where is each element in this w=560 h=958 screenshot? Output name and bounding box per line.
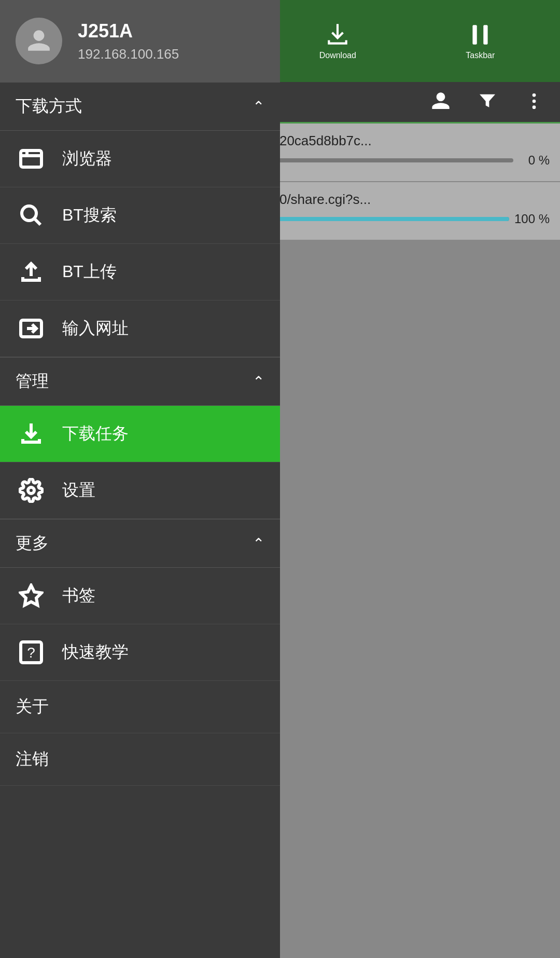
section-manage[interactable]: 管理 ⌃ — [0, 357, 280, 406]
progress-bar-fill — [264, 217, 509, 221]
browser-label: 浏览器 — [62, 147, 112, 170]
download-tab[interactable]: Download — [319, 22, 356, 60]
logout-label: 注销 — [16, 749, 49, 768]
settings-label: 设置 — [62, 479, 95, 502]
chevron-up-icon: ⌃ — [253, 373, 264, 390]
section-more[interactable]: 更多 ⌃ — [0, 519, 280, 568]
bt-upload-label: BT上传 — [62, 261, 117, 283]
sidebar-item-input-url[interactable]: 输入网址 — [0, 300, 280, 357]
sidebar-item-about[interactable]: 关于 — [0, 681, 280, 733]
drawer-ip: 192.168.100.165 — [78, 46, 179, 62]
search-icon — [16, 200, 47, 231]
svg-point-2 — [533, 93, 536, 97]
svg-text:?: ? — [27, 645, 35, 661]
quick-tutorial-label: 快速教学 — [62, 641, 129, 664]
taskbar-tab-label: Taskbar — [466, 51, 495, 60]
right-panel: Download Taskbar — [254, 0, 560, 958]
browser-icon — [16, 143, 47, 174]
taskbar-tab[interactable]: Taskbar — [466, 22, 495, 60]
drawer-user-info: J251A 192.168.100.165 — [78, 20, 179, 62]
sidebar-item-logout[interactable]: 注销 — [0, 733, 280, 786]
bt-search-label: BT搜索 — [62, 204, 117, 227]
download-items-list: od20ca5d8bb7c... 0 % 080/share.cgi?s... … — [254, 124, 560, 958]
upload-icon — [16, 256, 47, 288]
right-toolbar — [254, 82, 560, 124]
right-header: Download Taskbar — [254, 0, 560, 82]
input-url-label: 输入网址 — [62, 317, 129, 340]
download-item-name: od20ca5d8bb7c... — [264, 133, 550, 149]
sidebar-item-browser[interactable]: 浏览器 — [0, 131, 280, 187]
avatar[interactable] — [16, 18, 62, 64]
svg-rect-5 — [21, 150, 41, 167]
progress-pct: 0 % — [519, 153, 550, 168]
sidebar-item-settings[interactable]: 设置 — [0, 462, 280, 519]
drawer-username: J251A — [78, 20, 179, 42]
section-download-method[interactable]: 下载方式 ⌃ — [0, 82, 280, 131]
section-download-method-label: 下载方式 — [16, 95, 82, 118]
svg-point-11 — [28, 487, 34, 494]
sidebar-item-bookmarks[interactable]: 书签 — [0, 568, 280, 624]
navigation-drawer: J251A 192.168.100.165 下载方式 ⌃ 浏览器 BT搜索 — [0, 0, 280, 958]
svg-point-3 — [533, 99, 536, 103]
svg-marker-12 — [21, 585, 41, 605]
help-icon: ? — [16, 637, 47, 668]
drawer-header: J251A 192.168.100.165 — [0, 0, 280, 82]
svg-rect-0 — [473, 25, 477, 45]
bookmarks-label: 书签 — [62, 584, 95, 607]
progress-pct: 100 % — [514, 212, 550, 226]
download-tab-label: Download — [319, 51, 356, 60]
chevron-up-icon: ⌃ — [253, 98, 264, 115]
more-icon[interactable] — [524, 91, 544, 114]
svg-line-9 — [35, 219, 40, 225]
user-icon[interactable] — [430, 91, 451, 114]
chevron-up-icon: ⌃ — [253, 535, 264, 552]
sidebar-item-bt-search[interactable]: BT搜索 — [0, 187, 280, 244]
svg-point-8 — [22, 206, 36, 221]
star-icon — [16, 580, 47, 611]
download-item-name: 080/share.cgi?s... — [264, 191, 550, 208]
download-icon — [16, 418, 47, 449]
download-item[interactable]: 080/share.cgi?s... 100 % — [254, 182, 560, 240]
svg-point-4 — [533, 105, 536, 109]
sidebar-item-bt-upload[interactable]: BT上传 — [0, 244, 280, 300]
svg-rect-1 — [484, 25, 488, 45]
sidebar-item-download-tasks[interactable]: 下载任务 — [0, 406, 280, 462]
download-item[interactable]: od20ca5d8bb7c... 0 % — [254, 124, 560, 181]
sidebar-item-quick-tutorial[interactable]: ? 快速教学 — [0, 624, 280, 681]
settings-icon — [16, 475, 47, 506]
download-tasks-label: 下载任务 — [62, 422, 129, 445]
about-label: 关于 — [16, 697, 49, 716]
section-manage-label: 管理 — [16, 370, 49, 393]
filter-icon[interactable] — [477, 91, 498, 114]
section-more-label: 更多 — [16, 532, 49, 555]
input-url-icon — [16, 313, 47, 344]
